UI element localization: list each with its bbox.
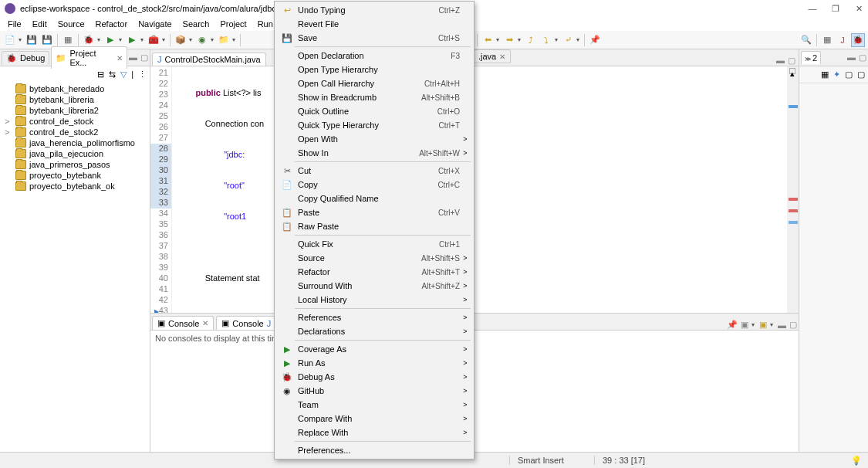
nav-back-icon[interactable]: ⬅ (481, 33, 495, 47)
ctx-coverage-as[interactable]: ▶Coverage As> (276, 342, 472, 356)
tree-item-bytebank_heredado[interactable]: bytebank_heredado (3, 83, 147, 94)
ctx-compare-with[interactable]: Compare With> (276, 412, 472, 426)
ctx-surround-with[interactable]: Surround WithAlt+Shift+Z> (276, 279, 472, 293)
ctx-preferences[interactable]: Preferences... (276, 443, 472, 457)
ctx-save[interactable]: 💾SaveCtrl+S (276, 31, 472, 45)
save-all-icon[interactable]: 💾 (40, 33, 54, 47)
maximize-button[interactable]: ❐ (831, 4, 840, 13)
nav-next-icon[interactable]: ⤵ (539, 33, 553, 47)
outline-icon-3[interactable]: ▢ (845, 70, 853, 80)
minimize-button[interactable]: — (808, 4, 817, 13)
save-icon[interactable]: 💾 (25, 33, 39, 47)
coverage-icon[interactable]: ▶ (125, 33, 139, 47)
menu-refactor[interactable]: Refactor (91, 18, 133, 30)
new-console-icon[interactable]: ▣ (759, 320, 767, 330)
debug-perspective-icon[interactable]: 🐞 (851, 33, 865, 47)
ctx-show-in-breadcrumb[interactable]: Show in BreadcrumbAlt+Shift+B (276, 90, 472, 104)
ctx-open-with[interactable]: Open With> (276, 132, 472, 146)
minimize-right-icon[interactable]: ▬ (847, 53, 856, 63)
ctx-copy[interactable]: 📄CopyCtrl+C (276, 178, 472, 192)
code-editor[interactable]: public List<?> lis Connection con "jdbc:… (172, 66, 799, 313)
tree-item-proyecto_bytebank_ok[interactable]: proyecto_bytebank_ok (3, 181, 147, 192)
ctx-references[interactable]: References> (276, 310, 472, 324)
outline-icon-2[interactable]: ✦ (833, 70, 840, 80)
tree-item-java_primeros_pasos[interactable]: java_primeros_pasos (3, 159, 147, 170)
new-folder-icon[interactable]: 📁 (217, 33, 231, 47)
view-menu-icon[interactable]: ⋮ (138, 70, 147, 80)
close-icon[interactable]: ✕ (499, 53, 505, 61)
ctx-run-as[interactable]: ▶Run As> (276, 356, 472, 370)
tree-item-control_de_stock2[interactable]: >control_de_stock2 (3, 127, 147, 137)
maximize-console-icon[interactable]: ▢ (789, 320, 797, 330)
outline-icon-1[interactable]: ▦ (821, 70, 829, 80)
editor-tab-extra[interactable]: .java✕ (473, 49, 511, 63)
ctx-open-type-hierarchy[interactable]: Open Type Hierarchy (276, 63, 472, 76)
tab-right[interactable]: ≫2 (801, 51, 821, 64)
link-icon[interactable]: ⇆ (109, 70, 116, 80)
console-tab-1[interactable]: ▣Console✕ (152, 316, 214, 330)
outline-icon-4[interactable]: ▢ (857, 70, 865, 80)
menu-file[interactable]: File (3, 18, 26, 30)
maximize-view-icon[interactable]: ▢ (140, 53, 148, 63)
nav-prev-icon[interactable]: ⤶ (561, 33, 575, 47)
ctx-replace-with[interactable]: Replace With> (276, 426, 472, 439)
ctx-paste[interactable]: 📋PasteCtrl+V (276, 205, 472, 219)
tip-icon[interactable]: 💡 (851, 456, 868, 466)
ctx-open-declaration[interactable]: Open DeclarationF3 (276, 49, 472, 63)
filter-icon[interactable]: ▽ (120, 70, 127, 80)
debug-icon[interactable]: 🐞 (82, 33, 96, 47)
pin-console-icon[interactable]: 📌 (727, 320, 738, 330)
ctx-quick-outline[interactable]: Quick OutlineCtrl+O (276, 104, 472, 118)
ctx-refactor[interactable]: RefactorAlt+Shift+T> (276, 265, 472, 279)
close-icon[interactable]: ✕ (117, 54, 123, 63)
java-perspective-icon[interactable]: J (836, 33, 849, 47)
maximize-editor-icon[interactable]: ▢ (788, 56, 795, 66)
ctx-source[interactable]: SourceAlt+Shift+S> (276, 251, 472, 265)
ctx-declarations[interactable]: Declarations> (276, 324, 472, 338)
menu-edit[interactable]: Edit (28, 18, 52, 30)
tree-item-bytebank_libreria2[interactable]: bytebank_libreria2 (3, 105, 147, 116)
close-icon[interactable]: ✕ (202, 319, 208, 327)
run-icon[interactable]: ▶ (103, 33, 117, 47)
tree-item-control_de_stock[interactable]: >control_de_stock (3, 116, 147, 127)
console-tab-2[interactable]: ▣ConsoleJ (216, 316, 276, 330)
close-button[interactable]: ✕ (854, 4, 863, 13)
ctx-local-history[interactable]: Local History> (276, 293, 472, 307)
ctx-copy-qualified-name[interactable]: Copy Qualified Name (276, 192, 472, 205)
ctx-revert-file[interactable]: Revert File (276, 17, 472, 31)
vertical-scrollbar[interactable]: ▴ (787, 66, 799, 313)
ctx-quick-type-hierarchy[interactable]: Quick Type HierarchyCtrl+T (276, 118, 472, 132)
tab-project-explorer[interactable]: 📁Project Ex...✕ (51, 46, 127, 69)
new-package-icon[interactable]: 📦 (174, 33, 187, 47)
tree-item-proyecto_bytebank[interactable]: proyecto_bytebank (3, 170, 147, 181)
ctx-show-in[interactable]: Show InAlt+Shift+W> (276, 146, 472, 160)
menu-project[interactable]: Project (215, 18, 251, 30)
editor-tab-control[interactable]: JControlDeStockMain.java (152, 53, 266, 66)
pin-icon[interactable]: 📌 (588, 33, 602, 47)
menu-search[interactable]: Search (178, 18, 214, 30)
minimize-console-icon[interactable]: ▬ (778, 320, 786, 330)
collapse-icon[interactable]: ⊟ (97, 70, 104, 80)
ctx-undo-typing[interactable]: ↩Undo TypingCtrl+Z (276, 3, 472, 17)
display-console-icon[interactable]: ▣ (741, 320, 748, 330)
open-perspective-icon[interactable]: ▦ (820, 33, 834, 47)
nav-last-icon[interactable]: ⤴ (524, 33, 538, 47)
ctx-quick-fix[interactable]: Quick FixCtrl+1 (276, 237, 472, 251)
new-icon[interactable]: 📄 (3, 33, 17, 47)
ctx-debug-as[interactable]: 🐞Debug As> (276, 370, 472, 384)
ctx-raw-paste[interactable]: 📋Raw Paste (276, 219, 472, 233)
new-class-icon[interactable]: ◉ (195, 33, 209, 47)
ctx-open-call-hierarchy[interactable]: Open Call HierarchyCtrl+Alt+H (276, 76, 472, 90)
menu-source[interactable]: Source (53, 18, 90, 30)
menu-navigate[interactable]: Navigate (133, 18, 176, 30)
nav-fwd-icon[interactable]: ➡ (502, 33, 516, 47)
tab-debug[interactable]: 🐞Debug (2, 51, 49, 65)
ext-tools-icon[interactable]: 🧰 (147, 33, 160, 47)
minimize-editor-icon[interactable]: ▬ (776, 56, 785, 66)
minimize-view-icon[interactable]: ▬ (129, 53, 137, 63)
tree-item-bytebank_libreria[interactable]: bytebank_libreria (3, 94, 147, 105)
ctx-cut[interactable]: ✂CutCtrl+X (276, 164, 472, 178)
maximize-right-icon[interactable]: ▢ (859, 53, 866, 63)
ctx-team[interactable]: Team> (276, 398, 472, 412)
toggle-icon[interactable]: ▦ (61, 33, 75, 47)
